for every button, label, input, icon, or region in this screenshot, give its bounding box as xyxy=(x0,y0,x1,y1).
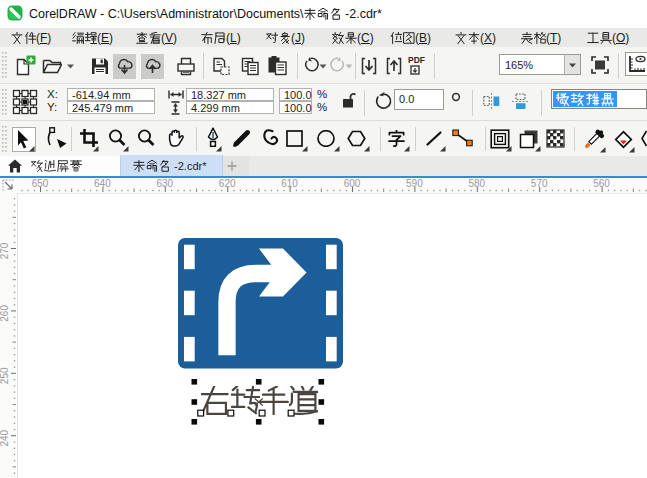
svg-text:620: 620 xyxy=(219,178,236,189)
svg-text:640: 640 xyxy=(94,178,111,189)
svg-text:580: 580 xyxy=(468,178,485,189)
svg-text:240: 240 xyxy=(0,429,10,446)
svg-text:260: 260 xyxy=(0,305,10,322)
svg-text:630: 630 xyxy=(156,178,173,189)
svg-text:270: 270 xyxy=(0,242,10,259)
svg-text:250: 250 xyxy=(0,367,10,384)
svg-text:600: 600 xyxy=(344,178,361,189)
svg-text:560: 560 xyxy=(593,178,610,189)
svg-text:570: 570 xyxy=(531,178,548,189)
svg-text:590: 590 xyxy=(406,178,423,189)
svg-text:650: 650 xyxy=(32,178,49,189)
svg-text:PDF: PDF xyxy=(408,55,425,65)
svg-text:610: 610 xyxy=(281,178,298,189)
